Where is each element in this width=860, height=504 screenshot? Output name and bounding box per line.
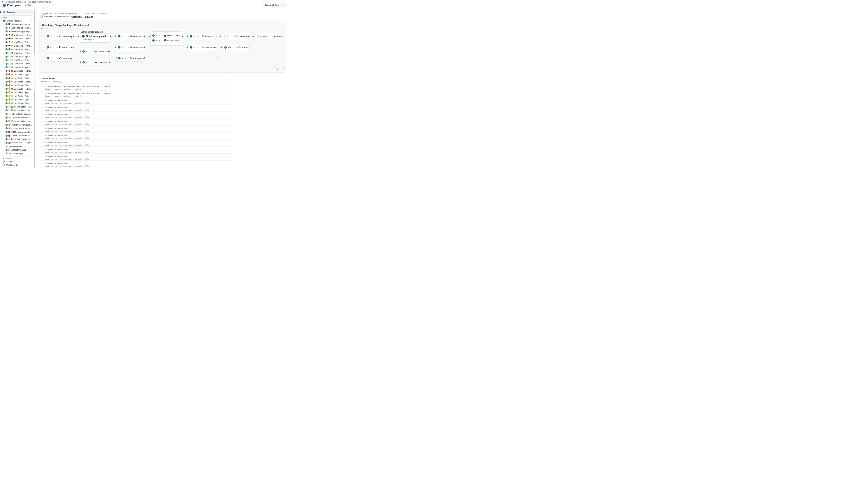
chevron-up-icon[interactable] [31,20,33,21]
sidebar-job-item[interactable]: Unit Tests - Python 3.10 [1,37,33,41]
zoom-out-button[interactable]: − [280,67,283,70]
sidebar-job-item[interactable]: Unit Tests - Python 3.12 [1,80,33,84]
graph-node-generate-pipeline-params-2[interactable]: S... / ... / Generate pipelin... 0s [45,55,72,62]
jobs-list: Extract configurations from p... Generat… [1,23,33,155]
annotation-title[interactable]: pyTooling/upload-artifact [41,134,69,136]
sidebar-job-item[interactable]: Check documentation covera... [1,116,33,119]
sidebar-job-item[interactable]: Unit Tests - Python 3.10 [1,55,33,59]
sidebar-job-item[interactable]: Unit Tests - Python 3.12 [1,98,33,102]
sidebar-job-item[interactable]: Artifact Cleanup [1,148,33,152]
more-options-button[interactable]: ••• [283,3,286,7]
sidebar-job-item[interactable]: Unit Tests - Python 3.11 [1,41,33,44]
graph-node-publish-test-results[interactable]: S... / ... / Publish Test Re... 13s [116,44,144,51]
graph-node-extract-configurations[interactable]: S... / ... / Extract configur... 4s [45,44,72,51]
sidebar-job-item[interactable]: Extract configurations from p... [1,23,33,26]
node-status-icon [152,34,155,37]
graph-node-publish-to-pypi[interactable]: Simple... / ... / Publish to PyPI [255,33,283,40]
annotation-title[interactable]: SimplePackage / DocCoverage / Check docu… [41,92,111,95]
sidebar-job-item[interactable]: Generate pipeline parameters [1,26,33,30]
sidebar-job-item[interactable]: Generate pipeline parameters [1,30,33,33]
graph-node-generate-pipeline-params[interactable]: S... / ... / Generate pipelin... 0s [45,33,72,40]
book-icon [59,46,61,48]
zoom-in-button[interactable]: + [283,67,286,70]
fullscreen-button[interactable] [275,67,278,70]
sidebar-job-item[interactable]: Unit Tests - Python 3.9 [1,33,33,37]
graph-node-package-source-wheel[interactable]: S... / ... / Package in Sou... 18s [116,55,144,62]
annotation-title[interactable]: pyTooling/upload-artifact [41,120,69,123]
matrix-tab[interactable]: Matrix: SimplePackage / UnitTest... [79,30,103,33]
sidebar-scrollbar[interactable] [34,8,35,168]
sidebar-job-item[interactable]: Publish Code Coverage Results [1,123,33,127]
sidebar-job-item[interactable]: Unit Tests - Python 3.13 [1,101,33,105]
annotation-title[interactable]: pyTooling/upload-artifact [41,148,69,150]
annotation-row: SimplePackage / DocCoverage / Check docu… [38,90,232,98]
job-status-icon [5,99,8,101]
matrix-node[interactable]: 22 jobs completed Show all jobs [79,33,110,43]
rerun-all-jobs-button[interactable]: Re-run all jobs [262,3,282,7]
sidebar-job-item[interactable]: Unit Tests - Python 3.9 [1,69,33,73]
sidebar-item-usage[interactable]: Usage [3,160,13,163]
sidebar-job-item[interactable]: Unit Tests - Python 3.13 [1,66,33,69]
show-all-jobs-link[interactable]: Show all jobs [82,38,110,41]
graph-node-publish-gh-pages[interactable]: S... / ... / Publish to GH-P... 7s [188,33,216,40]
graph-node-artifact-cleanup[interactable]: Sim... / ... / Artifact Cleanup 4s [223,44,249,51]
windows-icon [9,106,11,108]
sidebar-job-item[interactable]: Unit Tests - Python 3.12 [1,105,33,109]
sidebar-job-item[interactable]: Unit Tests - Python 3.9 [1,87,33,91]
sidebar-job-item[interactable]: Intermediate Artifact Cleanup [1,137,33,141]
graph-node-check-static-typing[interactable]: S... / ... / Check Static Ty... 17s [81,48,109,55]
job-label: Extract configurations from p... [11,23,33,25]
run-success-icon [3,4,6,7]
node-status-icon [190,35,192,38]
sidebar-job-item[interactable]: ReleasePage [1,144,33,148]
sidebar-job-item[interactable]: HTML Documentation using ... [1,130,33,134]
sidebar-job-item[interactable]: Unit Tests - Python 3.11 [1,58,33,62]
annotation-title[interactable]: pyTooling/upload-artifact [41,127,69,129]
graph-node-check-doc-coverage[interactable]: S... / ... / Check docume... 18s [81,59,109,66]
annotation-title[interactable]: pyTooling/upload-artifact [41,106,69,109]
sidebar-job-item[interactable]: Unit Tests - Python 3.13 [1,48,33,52]
avatar[interactable] [41,15,43,18]
sidebar-item-workflow-file[interactable]: Workflow file [3,164,18,166]
sidebar-job-item[interactable]: Unit Tests - Python 3.9 [1,51,33,55]
penguin-icon [9,45,11,47]
graph-node-publish-code-coverage[interactable]: S... / ... / Publish Code C... 20s [116,33,144,40]
sidebar-job-item[interactable]: PublishOnPyPI [1,152,33,155]
sidebar-job-item[interactable]: Unit Tests - Python 3.10 [1,91,33,95]
sidebar-job-item[interactable]: Unit Tests - Python 3.10 [1,73,33,76]
sidebar-job-item[interactable]: Unit Tests - Python 3.12 [1,62,33,66]
sidebar-job-item[interactable]: Publish to GH-Pages [1,141,33,145]
actor-name[interactable]: Paebbels [44,15,54,18]
sidebar-job-item[interactable]: Unit Tests - Python 3.11 [1,76,33,80]
annotation-title[interactable]: pyTooling/upload-artifact [41,141,69,143]
graph-node-create-release-page[interactable]: S... / ... / Create 'Release Pa... [222,33,249,40]
jobs-section-label: Jobs [3,16,6,18]
sidebar-job-item[interactable]: Unit Tests - Python 3.13 [1,84,33,87]
annotation-title[interactable]: pyTooling/upload-artifact [41,99,69,101]
graph-node-html-documentation[interactable]: S... / ... / HTML Docume... 55s [152,33,180,38]
scrollbar-up-arrow[interactable] [34,8,35,10]
sidebar-group-simplepackage[interactable]: SimplePackage [1,19,33,23]
graph-node-intermediate-artifact-cleanup[interactable]: S... / ... / Intermediate A... 16s [188,44,216,51]
books-icon [8,142,11,144]
sidebar-job-item[interactable]: LaTeX Documentation using ... [1,134,33,138]
breadcrumb-back-link[interactable]: Verification of Pipeline Templates (Simp… [2,1,53,3]
sidebar-job-item[interactable]: Unit Tests - Python 3.11 [1,94,33,98]
job-label: Unit Tests - Python 3.9 [14,70,33,72]
sidebar-job-item[interactable]: Unit Tests - Python 3.12 [1,44,33,48]
sidebar-job-item[interactable]: Unit Tests - Python 3.12 [1,109,33,112]
sidebar-job-item[interactable]: Check Static Typing using Pyt... [1,112,33,116]
annotation-title[interactable]: pyTooling/upload-artifact [41,162,69,164]
annotation-title[interactable]: pyTooling/upload-artifact [41,155,69,157]
sidebar-item-summary[interactable]: Summary [1,10,33,14]
graph-node-latex-documentation[interactable]: S... / ... / LaTeX Docume... 51s [152,38,180,43]
scrollbar-thumb[interactable] [34,90,35,168]
scrollbar-thumb[interactable] [34,10,35,54]
annotation-title[interactable]: SimplePackage / DocCoverage / Check docu… [41,85,111,87]
annotation-status-icon [41,141,44,143]
book-icon [9,23,11,25]
sidebar-job-item[interactable]: Publish Test Results [1,127,33,130]
sidebar-job-item[interactable]: Package in Source and Wheel... [1,119,33,123]
summary-label: Summary [7,11,17,13]
annotation-title[interactable]: pyTooling/upload-artifact [41,113,69,115]
